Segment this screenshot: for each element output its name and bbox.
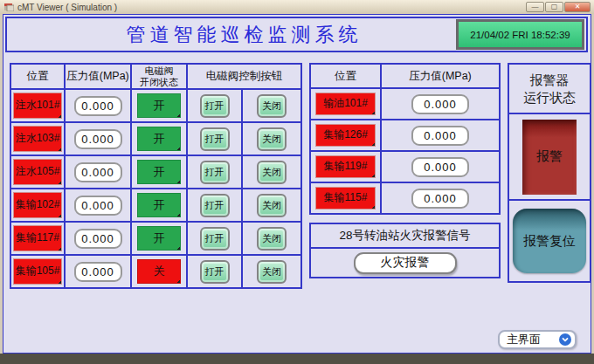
location-tag: 注水101#	[13, 93, 61, 119]
valve-close-button[interactable]: 关闭	[257, 260, 287, 284]
chevron-down-icon	[559, 333, 571, 346]
touch-notch-icon	[371, 111, 375, 114]
maximize-button[interactable]: ▢	[545, 2, 563, 12]
location-tag: 集输115#	[315, 187, 376, 210]
location-tag: 集输126#	[315, 124, 376, 148]
pressure-table: 位置 压力值(MPa) 输油101# 0.000 集输126# 0.000 集输…	[309, 63, 501, 215]
pressure-value: 0.000	[74, 262, 122, 282]
table-row-location: 注水103#	[11, 123, 66, 156]
column-header-pressure: 压力值(MPa)	[382, 65, 501, 89]
column-header-pressure: 压力值(MPa)	[66, 65, 132, 90]
pressure-value: 0.000	[411, 126, 469, 146]
valve-status-lamp: 开	[137, 226, 181, 251]
location-tag: 集输105#	[13, 258, 61, 285]
alarm-reset-button[interactable]: 报警复位	[513, 209, 586, 273]
valve-close-button[interactable]: 关闭	[257, 227, 287, 251]
table-row-location: 集输117#	[11, 223, 66, 256]
pressure-value: 0.000	[74, 229, 122, 249]
table-row-open: 打开	[188, 123, 243, 156]
fire-alarm-button[interactable]: 火灾报警	[354, 252, 457, 274]
table-row-pressure: 0.000	[66, 156, 132, 189]
window-bottom-frame	[0, 354, 594, 364]
table-row-pressure: 0.000	[66, 123, 132, 156]
column-header-valve-control: 电磁阀控制按钮	[188, 65, 302, 90]
alarm-indicator-lamp: 报警	[522, 120, 577, 195]
pressure-value: 0.000	[74, 129, 122, 149]
touch-notch-icon	[176, 246, 180, 250]
valve-open-button[interactable]: 打开	[200, 194, 230, 217]
touch-notch-icon	[58, 214, 61, 217]
valve-close-button[interactable]: 关闭	[257, 127, 287, 151]
pressure-value: 0.000	[74, 196, 122, 216]
fire-alarm-title: 28号转油站火灾报警信号	[311, 224, 499, 249]
window-title: cMT Viewer ( Simulation )	[17, 3, 117, 12]
close-button[interactable]: ✕	[564, 2, 591, 12]
table-row-pressure: 0.000	[66, 223, 132, 256]
alarm-panel-title: 报警器 运行状态	[509, 65, 590, 114]
valve-table: 位置 压力值(MPa) 电磁阀 开闭状态 电磁阀控制按钮 注水101# 0.00…	[10, 63, 302, 289]
table-row-close: 关闭	[243, 223, 302, 256]
table-row-close: 关闭	[243, 156, 302, 189]
window-titlebar: cMT Viewer ( Simulation ) — ▢ ✕	[0, 0, 594, 14]
table-row-open: 打开	[188, 90, 243, 123]
pressure-value: 0.000	[411, 157, 469, 177]
column-header-valve-status: 电磁阀 开闭状态	[132, 65, 188, 90]
table-row-pressure: 0.000	[66, 189, 132, 223]
touch-notch-icon	[58, 181, 61, 184]
alarm-panel: 报警器 运行状态 报警 报警复位	[508, 63, 591, 283]
fire-alarm-box: 28号转油站火灾报警信号 火灾报警	[309, 223, 501, 278]
valve-open-button[interactable]: 打开	[200, 161, 230, 184]
location-tag: 注水105#	[13, 159, 61, 185]
table-row-status: 开	[132, 123, 188, 156]
table-row-open: 打开	[188, 189, 243, 223]
touch-notch-icon	[371, 174, 375, 177]
table-row-location: 集输126#	[311, 120, 382, 152]
valve-status-lamp: 开	[137, 160, 181, 184]
table-row-open: 打开	[188, 256, 243, 289]
table-row-location: 集输119#	[311, 152, 382, 183]
pressure-value: 0.000	[411, 94, 469, 114]
touch-notch-icon	[176, 147, 180, 150]
column-header-location: 位置	[311, 65, 382, 89]
location-tag: 注水103#	[13, 126, 61, 152]
page-selector-dropdown[interactable]: 主界面	[498, 330, 577, 349]
table-row-location: 注水105#	[11, 156, 66, 189]
valve-status-lamp: 关	[137, 259, 181, 284]
table-row-pressure: 0.000	[382, 152, 501, 183]
valve-open-button[interactable]: 打开	[200, 94, 230, 118]
table-row-location: 输油101#	[311, 89, 382, 120]
touch-notch-icon	[371, 205, 375, 209]
pressure-value: 0.000	[74, 162, 122, 182]
touch-notch-icon	[371, 142, 375, 146]
table-row-location: 集输115#	[311, 183, 382, 215]
touch-notch-icon	[176, 213, 180, 216]
table-row-pressure: 0.000	[382, 120, 501, 152]
valve-close-button[interactable]: 关闭	[257, 94, 287, 118]
valve-open-button[interactable]: 打开	[200, 127, 230, 151]
table-row-status: 开	[132, 90, 188, 123]
touch-notch-icon	[58, 280, 61, 284]
pressure-value: 0.000	[74, 96, 122, 116]
minimize-button[interactable]: —	[526, 2, 544, 12]
touch-notch-icon	[58, 247, 61, 251]
datetime-display: 21/04/02 FRI 18:52:39	[456, 19, 584, 50]
table-row-location: 集输105#	[11, 256, 66, 289]
table-row-close: 关闭	[243, 123, 302, 156]
location-tag: 集输119#	[315, 155, 376, 179]
table-row-close: 关闭	[243, 90, 302, 123]
app-icon	[4, 3, 14, 11]
hmi-content: 管道智能巡检监测系统 21/04/02 FRI 18:52:39 位置 压力值(…	[3, 14, 591, 354]
valve-open-button[interactable]: 打开	[200, 260, 230, 284]
table-row-pressure: 0.000	[66, 256, 132, 289]
table-row-location: 注水101#	[11, 90, 66, 123]
table-row-location: 集输102#	[11, 189, 66, 223]
page-selector-value: 主界面	[507, 332, 559, 347]
touch-notch-icon	[176, 279, 180, 283]
valve-close-button[interactable]: 关闭	[257, 194, 287, 217]
location-tag: 输油101#	[315, 93, 376, 116]
cmt-viewer-window: cMT Viewer ( Simulation ) — ▢ ✕ 管道智能巡检监测…	[0, 0, 594, 364]
table-row-close: 关闭	[243, 256, 302, 289]
valve-open-button[interactable]: 打开	[200, 227, 230, 251]
valve-close-button[interactable]: 关闭	[257, 161, 287, 184]
table-row-open: 打开	[188, 156, 243, 189]
